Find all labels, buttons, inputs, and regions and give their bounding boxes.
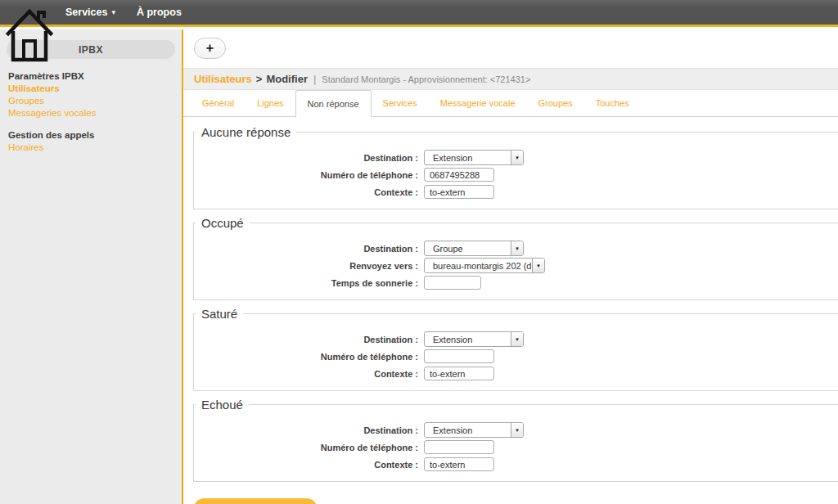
- row-temps-sonnerie: Temps de sonnerie :: [194, 274, 838, 291]
- fieldset-sature-title: Saturé: [196, 307, 243, 321]
- fieldset-aucune-reponse-title: Aucune réponse: [196, 125, 296, 139]
- contexte-label: Contexte :: [194, 460, 418, 470]
- sidebar-section-gestion-appels: Gestion des appels Horaires: [0, 128, 182, 154]
- row-contexte: Contexte :: [194, 183, 838, 200]
- contexte-input[interactable]: [424, 367, 494, 380]
- sidebar-item-utilisateurs[interactable]: Utilisateurs: [0, 83, 182, 95]
- row-renvoyez-vers: Renvoyez vers : bureau-montargis 202 (de…: [194, 257, 838, 274]
- numero-telephone-input[interactable]: [424, 349, 494, 363]
- nav-services-label: Services: [65, 7, 107, 18]
- numero-telephone-input[interactable]: [424, 168, 494, 182]
- tab-touches[interactable]: Touches: [584, 90, 641, 116]
- row-numero-telephone: Numéro de téléphone :: [194, 439, 838, 456]
- fieldset-aucune-reponse: Aucune réponse Destination : Extension ▼…: [193, 125, 838, 209]
- sidebar-item-groupes[interactable]: Groupes: [0, 95, 182, 107]
- fieldset-echoue: Echoué Destination : Extension ▼ Numéro …: [193, 398, 838, 482]
- dropdown-arrow-icon: ▼: [532, 259, 544, 272]
- contexte-label: Contexte :: [194, 369, 418, 379]
- save-button[interactable]: SAUVEGARDER: [193, 498, 318, 504]
- temps-sonnerie-label: Temps de sonnerie :: [194, 278, 418, 288]
- destination-select[interactable]: Extension ▼: [424, 422, 524, 438]
- breadcrumb-arrow: >: [256, 73, 263, 85]
- fieldset-occupe: Occupé Destination : Groupe ▼ Renvoyez v…: [193, 216, 838, 300]
- destination-select[interactable]: Groupe ▼: [424, 241, 524, 256]
- destination-select-value: Extension: [425, 425, 511, 435]
- non-reponse-form: Aucune réponse Destination : Extension ▼…: [183, 117, 838, 504]
- top-navbar: Services ▾ À propos: [0, 0, 838, 27]
- destination-label: Destination :: [194, 244, 418, 254]
- sidebar-section-parametres: Paramètres IPBX Utilisateurs Groupes Mes…: [0, 69, 182, 119]
- add-button[interactable]: +: [194, 38, 226, 59]
- numero-telephone-label: Numéro de téléphone :: [194, 443, 418, 452]
- destination-select-value: Extension: [425, 153, 511, 163]
- row-contexte: Contexte :: [194, 365, 838, 382]
- breadcrumb-section-link[interactable]: Utilisateurs: [194, 73, 252, 85]
- nav-about-label: À propos: [137, 7, 182, 18]
- dropdown-arrow-icon: ▼: [511, 151, 523, 164]
- destination-select[interactable]: Extension ▼: [424, 331, 524, 347]
- numero-telephone-label: Numéro de téléphone :: [194, 170, 418, 180]
- breadcrumb: Utilisateurs > Modifier | Standard Monta…: [183, 68, 838, 90]
- breadcrumb-pipe: |: [313, 73, 316, 85]
- row-destination: Destination : Extension ▼: [194, 149, 838, 166]
- dropdown-arrow-icon: ▼: [511, 241, 523, 255]
- sidebar: IPBX Paramètres IPBX Utilisateurs Groupe…: [0, 29, 182, 504]
- home-icon[interactable]: [6, 3, 53, 65]
- contexte-input[interactable]: [424, 185, 494, 199]
- sidebar-item-horaires[interactable]: Horaires: [0, 142, 182, 154]
- sidebar-heading-gestion-des-appels: Gestion des appels: [0, 128, 182, 142]
- row-numero-telephone: Numéro de téléphone :: [194, 348, 838, 365]
- row-destination: Destination : Groupe ▼: [194, 240, 838, 257]
- temps-sonnerie-input[interactable]: [424, 276, 481, 290]
- destination-label: Destination :: [194, 153, 418, 163]
- tab-services[interactable]: Services: [372, 90, 429, 116]
- renvoyez-vers-select[interactable]: bureau-montargis 202 (default) ▼: [424, 258, 545, 273]
- tab-non-reponse[interactable]: Non réponse: [295, 90, 372, 117]
- renvoyez-vers-label: Renvoyez vers :: [194, 261, 418, 271]
- sidebar-heading-parametres-ipbx: Paramètres IPBX: [0, 69, 182, 83]
- fieldset-sature: Saturé Destination : Extension ▼ Numéro …: [193, 307, 838, 391]
- breadcrumb-subtitle: Standard Montargis - Approvisionnement: …: [322, 74, 530, 84]
- destination-select[interactable]: Extension ▼: [424, 150, 524, 165]
- row-contexte: Contexte :: [194, 456, 838, 473]
- nav-about-link[interactable]: À propos: [137, 7, 182, 18]
- content-panel: + Utilisateurs > Modifier | Standard Mon…: [182, 29, 838, 504]
- row-numero-telephone: Numéro de téléphone :: [194, 166, 838, 183]
- fieldset-occupe-title: Occupé: [196, 216, 250, 230]
- destination-label: Destination :: [194, 425, 418, 435]
- sidebar-item-messageries-vocales[interactable]: Messageries vocales: [0, 107, 182, 119]
- row-destination: Destination : Extension ▼: [194, 421, 838, 439]
- chevron-down-icon: ▾: [111, 8, 115, 16]
- tab-general[interactable]: Général: [191, 90, 246, 116]
- numero-telephone-label: Numéro de téléphone :: [194, 352, 418, 362]
- tab-lignes[interactable]: Lignes: [246, 90, 295, 116]
- main-layout: IPBX Paramètres IPBX Utilisateurs Groupe…: [0, 29, 838, 504]
- tab-groupes[interactable]: Groupes: [526, 90, 583, 116]
- contexte-label: Contexte :: [194, 187, 418, 197]
- fieldset-echoue-title: Echoué: [196, 398, 249, 412]
- nav-services-menu[interactable]: Services ▾: [65, 7, 115, 18]
- destination-select-value: Extension: [425, 335, 511, 344]
- destination-label: Destination :: [194, 335, 418, 344]
- tab-messagerie-vocale[interactable]: Messagerie vocale: [429, 90, 527, 116]
- row-destination: Destination : Extension ▼: [194, 331, 838, 348]
- destination-select-value: Groupe: [425, 244, 511, 254]
- breadcrumb-page-title: Modifier: [266, 73, 308, 85]
- renvoyez-vers-select-value: bureau-montargis 202 (default): [425, 261, 532, 271]
- plus-icon: +: [206, 42, 214, 55]
- contexte-input[interactable]: [424, 457, 494, 471]
- numero-telephone-input[interactable]: [424, 440, 494, 454]
- tab-bar: Général Lignes Non réponse Services Mess…: [183, 90, 838, 117]
- dropdown-arrow-icon: ▼: [511, 423, 523, 437]
- dropdown-arrow-icon: ▼: [511, 332, 523, 346]
